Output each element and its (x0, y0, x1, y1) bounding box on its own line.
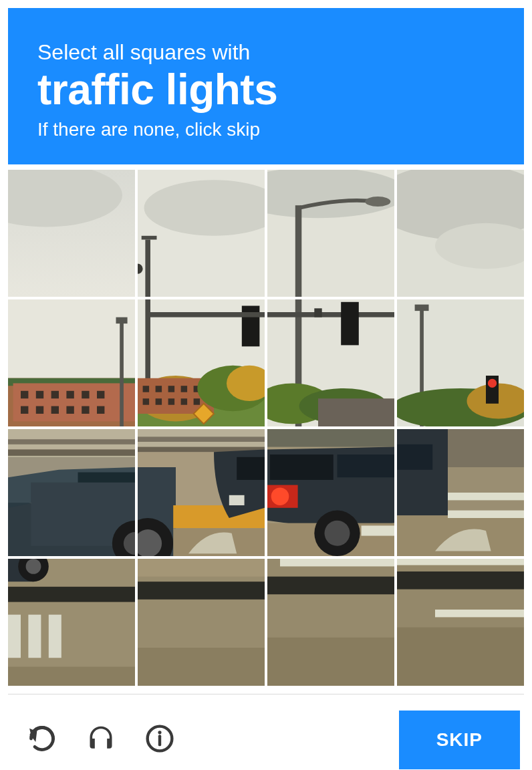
tile-0-2[interactable] (267, 170, 394, 297)
svg-rect-97 (362, 526, 394, 536)
tile-2-2[interactable] (267, 429, 394, 556)
image-grid (8, 170, 524, 686)
svg-rect-51 (242, 306, 260, 347)
svg-rect-125 (397, 559, 524, 565)
svg-rect-70 (8, 439, 135, 444)
svg-rect-32 (116, 317, 128, 324)
tile-1-2[interactable] (267, 299, 394, 426)
svg-rect-123 (397, 571, 524, 590)
tile-2-3[interactable] (397, 429, 524, 556)
tile-1-0[interactable] (8, 299, 135, 426)
svg-rect-30 (97, 406, 104, 414)
skip-button[interactable]: SKIP (399, 711, 520, 769)
svg-rect-117 (138, 559, 265, 577)
svg-rect-46 (181, 398, 188, 405)
svg-rect-39 (156, 386, 162, 392)
tile-0-0[interactable] (8, 170, 135, 297)
tile-3-1[interactable] (138, 559, 265, 686)
svg-rect-115 (138, 582, 265, 600)
tile-2-1[interactable] (138, 429, 265, 556)
info-button[interactable] (143, 723, 176, 757)
info-icon (145, 724, 174, 756)
instruction-line3: If there are none, click skip (37, 119, 500, 140)
svg-rect-90 (270, 455, 334, 480)
svg-rect-44 (156, 398, 162, 405)
svg-rect-110 (8, 615, 21, 658)
svg-rect-121 (280, 559, 394, 566)
svg-rect-5 (142, 236, 157, 240)
svg-rect-23 (82, 391, 89, 398)
svg-rect-55 (267, 312, 394, 317)
svg-rect-45 (168, 398, 175, 405)
svg-point-67 (488, 379, 497, 388)
svg-rect-100 (397, 429, 448, 515)
svg-point-96 (325, 521, 350, 546)
svg-point-108 (26, 559, 41, 574)
svg-point-10 (365, 197, 390, 207)
svg-rect-41 (181, 386, 188, 392)
tile-0-1[interactable] (138, 170, 265, 297)
svg-rect-60 (318, 398, 394, 426)
svg-rect-101 (397, 444, 432, 470)
headphones-icon (86, 724, 116, 756)
svg-rect-20 (36, 391, 43, 398)
svg-rect-113 (8, 667, 135, 686)
svg-rect-112 (49, 615, 61, 658)
audio-button[interactable] (84, 723, 118, 757)
svg-rect-40 (168, 386, 175, 392)
tile-3-2[interactable] (267, 559, 394, 686)
svg-rect-22 (66, 391, 74, 398)
svg-rect-119 (267, 577, 394, 595)
svg-rect-21 (51, 391, 59, 398)
tile-0-3[interactable] (397, 170, 524, 297)
svg-rect-28 (66, 406, 74, 414)
tile-3-0[interactable] (8, 559, 135, 686)
svg-rect-18 (13, 384, 135, 422)
svg-rect-25 (21, 406, 28, 414)
svg-rect-47 (194, 398, 201, 405)
tile-1-3[interactable] (397, 299, 524, 426)
svg-rect-111 (28, 615, 41, 658)
captcha-container: Select all squares with traffic lights I… (0, 0, 532, 770)
tile-2-0[interactable] (8, 429, 135, 556)
captcha-header: Select all squares with traffic lights I… (8, 8, 524, 164)
instruction-target: traffic lights (37, 68, 500, 112)
svg-rect-103 (448, 493, 524, 500)
svg-rect-43 (143, 398, 150, 405)
tile-3-3[interactable] (397, 559, 524, 686)
svg-point-93 (271, 488, 289, 506)
svg-rect-124 (397, 628, 524, 686)
captcha-footer: SKIP (8, 694, 524, 770)
svg-rect-26 (36, 406, 43, 414)
svg-rect-56 (314, 308, 321, 317)
svg-rect-31 (120, 322, 124, 426)
svg-rect-29 (82, 406, 89, 414)
svg-rect-27 (51, 406, 59, 414)
svg-rect-4 (145, 240, 150, 297)
svg-rect-109 (8, 587, 135, 602)
instruction-line1: Select all squares with (37, 40, 500, 65)
svg-rect-38 (143, 386, 150, 392)
svg-rect-116 (138, 648, 265, 686)
svg-rect-63 (415, 305, 429, 311)
svg-point-8 (267, 170, 394, 218)
reload-icon (27, 724, 57, 756)
svg-rect-86 (237, 457, 265, 480)
svg-rect-126 (435, 610, 524, 617)
svg-rect-57 (341, 302, 359, 346)
svg-rect-9 (295, 205, 302, 297)
svg-rect-79 (138, 437, 265, 442)
svg-rect-91 (338, 455, 395, 477)
footer-icons (25, 723, 176, 757)
reload-button[interactable] (25, 723, 59, 757)
svg-rect-24 (97, 391, 104, 398)
svg-rect-120 (267, 638, 394, 686)
svg-rect-19 (21, 391, 28, 398)
tile-1-1[interactable] (138, 299, 265, 426)
svg-rect-87 (229, 495, 245, 505)
svg-rect-71 (8, 450, 135, 457)
svg-rect-52 (150, 312, 265, 317)
svg-point-130 (158, 731, 161, 734)
svg-rect-104 (448, 511, 524, 518)
svg-rect-89 (267, 429, 394, 447)
